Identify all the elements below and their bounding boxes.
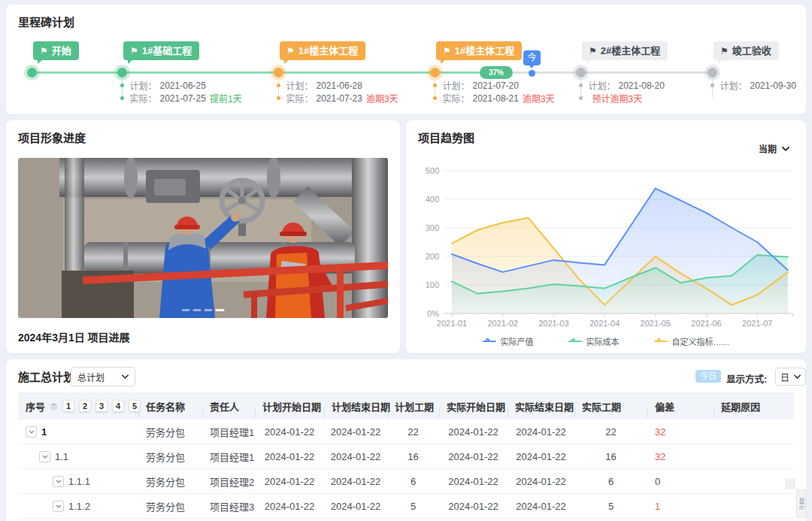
row-seq: 1.1.2 (68, 501, 90, 512)
chevron-down-icon (794, 374, 801, 379)
date-value: 2021-07-20 (473, 80, 519, 91)
column-header: 计划开始日期 (255, 399, 324, 413)
chevron-down-icon (56, 504, 62, 508)
legend-line (483, 341, 496, 342)
milestone-badge: ⚑开始 (33, 41, 79, 60)
carousel-dot[interactable] (216, 309, 225, 311)
flag-icon: ⚑ (720, 46, 729, 56)
milestone-badge: ⚑1#楼主体工程 (280, 41, 365, 60)
milestone-dot (707, 68, 717, 77)
display-mode-select[interactable]: 日 (775, 368, 806, 386)
milestone-badge: ⚑2#楼主体工程 (582, 41, 668, 60)
table-cell: 16 (574, 451, 647, 462)
svg-text:2021-02: 2021-02 (488, 319, 518, 328)
trend-legend: 实际产值实际成本自定义指标…… (406, 335, 806, 347)
carousel-dot[interactable] (193, 309, 201, 311)
legend-item[interactable]: 自定义指标…… (654, 335, 730, 347)
date-bullet-icon (579, 96, 583, 100)
table-cell: 项目经理1 (202, 425, 255, 439)
table-cell: 32 (647, 426, 714, 438)
level-button[interactable]: 4 (112, 400, 124, 412)
table-cell: 劳务分包 (138, 450, 202, 464)
date-label: 计划： (286, 79, 314, 92)
date-label: 计划： (130, 79, 157, 92)
milestone-name: 1#楼主体工程 (298, 45, 358, 56)
photo-card-title: 项目形象进度 (18, 129, 86, 145)
legend-item[interactable]: 实际产值 (483, 335, 534, 347)
legend-circle (571, 338, 575, 342)
legend-label: 实际产值 (501, 335, 534, 347)
legend-item[interactable]: 实际成本 (568, 335, 620, 347)
timeline-done-segment (32, 71, 480, 74)
table-cell: 劳务分包 (138, 425, 202, 439)
display-mode-select-value: 日 (780, 371, 789, 383)
trend-card: 项目趋势图 当期 0%1002003004005002021-012021-02… (406, 120, 806, 353)
milestone-badge: ⚑竣工验收 (714, 41, 779, 60)
show-drawer-tab[interactable]: 显示 (796, 489, 806, 518)
svg-text:2021-01: 2021-01 (437, 319, 467, 328)
table-cell: 项目经理1 (202, 450, 255, 464)
plan-type-select[interactable]: 总计划 (71, 367, 135, 386)
table-cell: 0 (647, 476, 714, 487)
table-cell: 32 (647, 451, 714, 462)
date-label: 实际： (130, 92, 157, 105)
flag-icon: ⚑ (589, 46, 597, 56)
table-cell: 2024-01-22 (439, 476, 508, 487)
plan-type-select-value: 总计划 (77, 371, 105, 383)
legend-marker-icon (654, 338, 668, 345)
column-header: 责任人 (202, 399, 255, 413)
expand-toggle[interactable] (53, 501, 64, 512)
display-mode-label: 显示方式: (726, 371, 767, 386)
date-value: 2021-08-21 (473, 93, 519, 104)
legend-marker-icon (483, 338, 496, 345)
date-label: 计划： (589, 79, 616, 92)
layers-icon (50, 402, 58, 410)
milestone-dot (430, 68, 440, 77)
table-cell: 2024-01-22 (255, 501, 324, 512)
chevron-down-icon (56, 480, 62, 483)
expand-toggle[interactable] (39, 451, 50, 462)
level-button[interactable]: 2 (79, 400, 91, 412)
legend-circle (486, 338, 489, 342)
expand-toggle[interactable] (26, 426, 37, 438)
milestone-dates: 计划：2021-09-30 (710, 79, 796, 92)
table-cell: 16 (387, 451, 439, 462)
table-cell: 2024-01-22 (439, 426, 508, 438)
table-cell: 2024-01-22 (324, 426, 387, 438)
table-cell: 22 (387, 426, 439, 438)
svg-text:300: 300 (426, 223, 439, 232)
column-header: 任务名称 (138, 399, 202, 413)
svg-text:100: 100 (426, 280, 439, 289)
date-bullet-icon (579, 83, 583, 87)
milestone-name: 开始 (52, 45, 71, 56)
expand-toggle[interactable] (53, 476, 64, 487)
period-selector[interactable]: 当期 (759, 142, 789, 155)
milestone-name: 2#楼主体工程 (601, 45, 660, 56)
photo-card: 项目形象进度 (6, 120, 400, 353)
table-row: 1.1.2劳务分包项目经理32024-01-222024-01-2252024-… (18, 494, 794, 519)
milestone-date-row: 实际：2021-07-25提前1天 (120, 92, 242, 105)
table-cell: 1.1.1 (18, 476, 138, 487)
level-button[interactable]: 3 (95, 400, 108, 412)
table-cell: 2024-01-22 (508, 451, 574, 462)
today-button[interactable]: 今日 (695, 370, 721, 383)
level-button[interactable]: 1 (62, 400, 74, 412)
scrollbar-corner[interactable] (785, 479, 795, 489)
project-photo (18, 158, 388, 318)
period-selector-value: 当期 (759, 142, 777, 155)
carousel-dot[interactable] (182, 309, 190, 311)
carousel-dot[interactable] (205, 309, 213, 311)
table-cell: 2024-01-22 (324, 501, 387, 512)
milestone-date-row: 计划：2021-06-28 (277, 79, 398, 92)
today-marker-badge: 今 (523, 50, 541, 65)
date-bullet-icon (120, 96, 124, 100)
table-cell: 2024-01-22 (324, 476, 387, 487)
legend-label: 自定义指标…… (672, 335, 730, 347)
date-label: 计划： (720, 79, 747, 92)
schedule-table: 序号12345任务名称责任人计划开始日期计划结束日期计划工期实际开始日期实际结束… (18, 392, 794, 519)
trend-card-title: 项目趋势图 (418, 129, 474, 145)
svg-text:0%: 0% (427, 309, 439, 318)
table-cell: 1 (647, 501, 714, 512)
column-header: 计划结束日期 (324, 399, 387, 413)
table-cell: 2024-01-22 (255, 451, 324, 462)
